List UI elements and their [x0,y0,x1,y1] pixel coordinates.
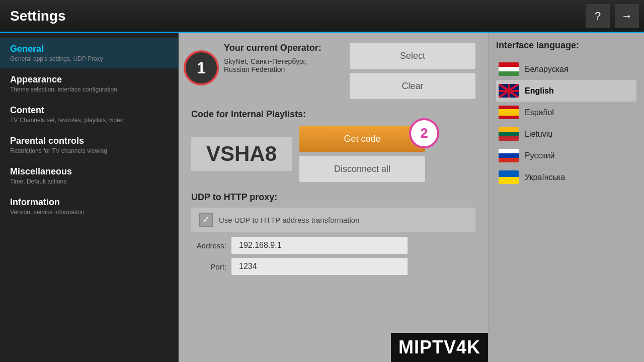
get-code-button[interactable]: Get code [299,126,425,152]
lang-item-ru[interactable]: Русский [496,145,636,166]
lang-item-ua[interactable]: Українська [496,166,636,188]
operator-badge: 1 [184,50,219,85]
sidebar-item-info[interactable]: Information Version, service information [0,191,178,222]
playlist-section: Code for Internal Playlists: VSHA8 2 Get… [191,109,475,182]
page-title: Settings [10,8,65,24]
sidebar: General General app's settings, UDP Prox… [0,33,179,362]
udp-checkbox-label: Use UDP to HTTP address transformation [219,216,360,224]
flag-ua [499,170,519,184]
port-row: Port: [191,258,475,275]
disconnect-button[interactable]: Disconnect all [299,156,425,182]
playlist-buttons: 2 Get code Disconnect all [299,126,425,182]
udp-checkbox[interactable]: ✓ [199,213,213,227]
sidebar-item-general-title: General [10,44,168,54]
sidebar-item-parental-sub: Restrictions for TV channels viewing [10,147,168,154]
sidebar-item-misc-sub: Time, Default actions [10,178,168,185]
playlist-row: VSHA8 2 Get code Disconnect all [191,126,475,182]
udp-section: UDP to HTTP proxy: ✓ Use UDP to HTTP add… [191,192,475,275]
sidebar-item-appearance[interactable]: Appearance Theme selection, interface co… [0,68,178,99]
sidebar-item-misc[interactable]: Miscellaneous Time, Default actions [0,160,178,191]
flag-ru [499,149,519,162]
language-panel: Interface language: Беларуская English E… [488,33,644,362]
operator-buttons: Select Clear [350,43,475,99]
flag-by [499,62,519,76]
lang-name-es: Español [525,108,554,117]
lang-name-ru: Русский [525,151,554,160]
lang-item-by[interactable]: Беларуская [496,58,636,80]
sidebar-item-appearance-sub: Theme selection, interface configuration [10,86,168,93]
operator-label: Your current Operator: [224,43,350,53]
udp-checkbox-row[interactable]: ✓ Use UDP to HTTP address transformation [191,208,475,232]
lang-name-en: English [525,86,554,96]
operator-section: 1 Your current Operator: SkyNet, Санкт-П… [191,43,475,99]
address-label: Address: [191,241,226,250]
header-icons: ? → [586,4,639,28]
operator-country: Russian Federation [224,65,350,73]
operator-name: SkyNet, Санкт-Петербург, [224,57,350,65]
lang-name-lt: Lietuvių [525,130,552,139]
lang-item-es[interactable]: Español [496,102,636,123]
watermark: MIPTV4K [391,333,488,362]
operator-info: Your current Operator: SkyNet, Санкт-Пет… [224,43,350,73]
sidebar-item-info-title: Information [10,197,168,208]
sidebar-item-general-sub: General app's settings, UDP Proxy [10,55,168,62]
sidebar-item-info-sub: Version, service information [10,209,168,216]
sidebar-item-appearance-title: Appearance [10,74,168,85]
lang-name-ua: Українська [525,173,565,182]
clear-button[interactable]: Clear [350,73,475,99]
lang-name-by: Беларуская [525,65,569,74]
language-title: Interface language: [496,40,636,51]
sidebar-item-content-sub: TV Channels set, favorites, playlists, v… [10,117,168,124]
lang-item-lt[interactable]: Lietuvių [496,123,636,145]
sidebar-item-parental-title: Parental controls [10,136,168,146]
flag-lt [499,127,519,141]
port-input[interactable] [231,258,408,275]
sidebar-item-content[interactable]: Content TV Channels set, favorites, play… [0,99,178,130]
select-button[interactable]: Select [350,43,475,69]
help-button[interactable]: ? [586,4,610,28]
forward-button[interactable]: → [615,4,639,28]
flag-es [499,106,519,119]
sidebar-item-misc-title: Miscellaneous [10,166,168,177]
content-panel: 1 Your current Operator: SkyNet, Санкт-П… [179,33,488,362]
lang-item-en[interactable]: English [496,80,636,102]
flag-gb [499,84,519,98]
udp-label: UDP to HTTP proxy: [191,192,475,203]
port-label: Port: [191,262,226,271]
address-input[interactable] [231,237,408,254]
address-row: Address: [191,237,475,254]
sidebar-item-parental[interactable]: Parental controls Restrictions for TV ch… [0,130,178,160]
sidebar-item-general[interactable]: General General app's settings, UDP Prox… [0,38,178,68]
sidebar-item-content-title: Content [10,105,168,116]
header: Settings ? → [0,0,644,33]
playlist-code: VSHA8 [191,137,292,171]
playlist-label: Code for Internal Playlists: [191,109,475,120]
playlist-badge: 2 [409,118,439,148]
main-layout: General General app's settings, UDP Prox… [0,33,644,362]
